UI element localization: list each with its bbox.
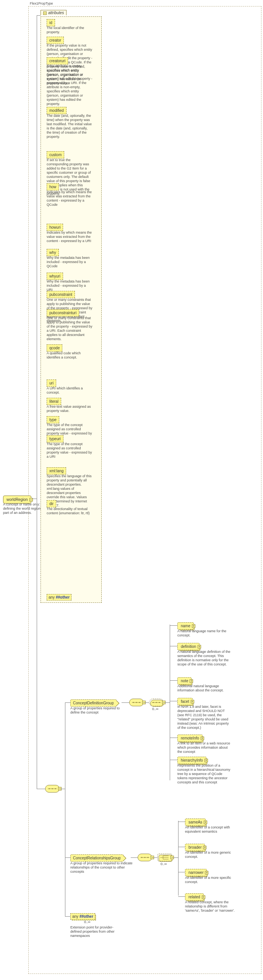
attr-desc: The date (and, optionally, the time) whe… (47, 114, 93, 139)
attr-label: creator (49, 38, 61, 42)
connector (32, 499, 37, 499)
svg-point-3 (55, 788, 56, 789)
attr-creator[interactable]: creator (47, 37, 64, 44)
attr-uri[interactable]: uri (47, 379, 56, 387)
attr-custom[interactable]: custom (47, 151, 64, 158)
connector (144, 702, 149, 703)
element-desc: Represents the position of a concept in … (177, 764, 231, 785)
expand-toggle[interactable]: + (201, 736, 204, 740)
attr-label: uri (49, 381, 54, 385)
element-label: related (188, 895, 200, 899)
svg-point-14 (144, 857, 146, 858)
element-hierarchyinfo[interactable]: hierarchyInfo+ (177, 757, 206, 764)
expand-toggle[interactable]: + (202, 895, 205, 899)
attr-whyuri[interactable]: whyuri (47, 273, 63, 280)
connector (170, 738, 177, 738)
attr-any[interactable]: any ##other (47, 594, 71, 601)
attr-label: whyuri (49, 274, 60, 278)
attr-desc: One or many constraints that apply to pu… (47, 316, 93, 341)
attributes-tab[interactable]: −attributes (41, 10, 67, 15)
connector (170, 760, 177, 760)
attr-label: how (49, 185, 56, 189)
element-facet[interactable]: facet+ (177, 698, 193, 705)
connector (37, 15, 37, 499)
sequence-compositor[interactable]: − (138, 854, 152, 861)
attr-pubconstraint[interactable]: pubconstraint (47, 291, 75, 298)
collapse-icon[interactable]: − (43, 11, 47, 15)
svg-point-6 (136, 702, 137, 703)
occurrence-label: 0..∞ (152, 707, 158, 711)
element-related[interactable]: related+ (185, 893, 204, 901)
connector (164, 702, 170, 703)
attr-label: literal (49, 399, 58, 404)
connector (178, 822, 185, 822)
attr-how[interactable]: how (47, 183, 59, 191)
sequence-compositor[interactable]: − (45, 785, 60, 793)
attr-typeuri[interactable]: typeuri (47, 435, 63, 442)
expand-toggle[interactable]: + (205, 759, 208, 762)
group-desc: A group of properties required to indica… (70, 861, 135, 874)
element-desc: In NAR 1.8 and later, facet is deprecate… (177, 705, 231, 730)
svg-point-1 (49, 788, 50, 789)
attr-literal[interactable]: literal (47, 398, 61, 405)
connector (170, 646, 177, 646)
sequence-compositor[interactable]: − (149, 699, 164, 706)
element-desc: An identifier of a concept with equivale… (185, 825, 239, 834)
expand-toggle[interactable]: + (190, 679, 193, 683)
attr-label: typeuri (49, 437, 61, 441)
occurrence-label: 0..∞ (161, 862, 167, 866)
connector (131, 857, 138, 858)
any-ns: ##other (56, 595, 70, 599)
attr-howuri[interactable]: howuri (47, 224, 63, 231)
attr-pubconstrainturi[interactable]: pubconstrainturi (47, 309, 79, 316)
attr-dir[interactable]: dir (47, 500, 56, 507)
element-label: note (181, 679, 188, 683)
expand-toggle[interactable]: + (191, 700, 194, 703)
element-sameas[interactable]: sameAs+ (185, 819, 206, 826)
element-narrower[interactable]: narrower+ (185, 869, 207, 876)
concept-relationships-group[interactable]: ConceptRelationshipsGroup (70, 854, 123, 862)
type-name: Flex1PropType (30, 2, 53, 6)
element-desc: A related concept, where the relationshi… (185, 900, 239, 913)
attr-desc: If the attribute is empty, specifies whi… (47, 64, 93, 106)
attr-xml-lang[interactable]: xml:lang (47, 467, 66, 475)
element-label: broader (188, 845, 201, 849)
element-label: narrower (188, 870, 203, 875)
svg-point-2 (52, 788, 53, 789)
attr-why[interactable]: why (47, 249, 59, 256)
expand-toggle[interactable]: + (204, 820, 207, 824)
svg-point-5 (133, 702, 134, 703)
attr-creatoruri[interactable]: creatoruri (47, 57, 68, 65)
attr-label: why (49, 250, 56, 255)
expand-toggle[interactable]: + (205, 871, 208, 874)
attr-id[interactable]: id (47, 19, 55, 26)
sequence-compositor[interactable]: − (129, 699, 144, 706)
concept-definition-group[interactable]: ConceptDefinitionGroup (70, 699, 117, 707)
expand-toggle[interactable]: + (198, 645, 201, 648)
expand-toggle[interactable]: + (203, 846, 206, 849)
attr-label: creatoruri (49, 59, 65, 63)
svg-point-13 (141, 857, 143, 858)
attr-desc: Indicates by which means the value was e… (47, 231, 93, 243)
connector (60, 789, 65, 789)
attr-label: modified (49, 108, 64, 113)
svg-point-10 (156, 702, 157, 703)
group-label: ConceptDefinitionGroup (73, 701, 114, 705)
expand-toggle[interactable]: + (192, 624, 195, 628)
choice-compositor[interactable]: − (157, 854, 172, 861)
attr-type[interactable]: type (47, 416, 59, 423)
element-remoteinfo[interactable]: remoteInfo+ (177, 735, 203, 742)
svg-point-9 (153, 702, 154, 703)
element-name[interactable]: name+ (177, 622, 194, 630)
element-label: definition (181, 644, 196, 649)
group-desc: A group of properties required to define… (70, 706, 128, 715)
any-element[interactable]: any ##other (70, 913, 95, 920)
element-broader[interactable]: broader+ (185, 844, 205, 851)
attr-label: dir (49, 502, 54, 506)
any-ns: ##other (80, 914, 93, 919)
element-note[interactable]: note+ (177, 677, 192, 685)
attr-modified[interactable]: modified (47, 107, 67, 114)
attr-qcode[interactable]: qcode (47, 344, 62, 352)
connector (152, 857, 157, 858)
element-definition[interactable]: definition+ (177, 643, 200, 650)
